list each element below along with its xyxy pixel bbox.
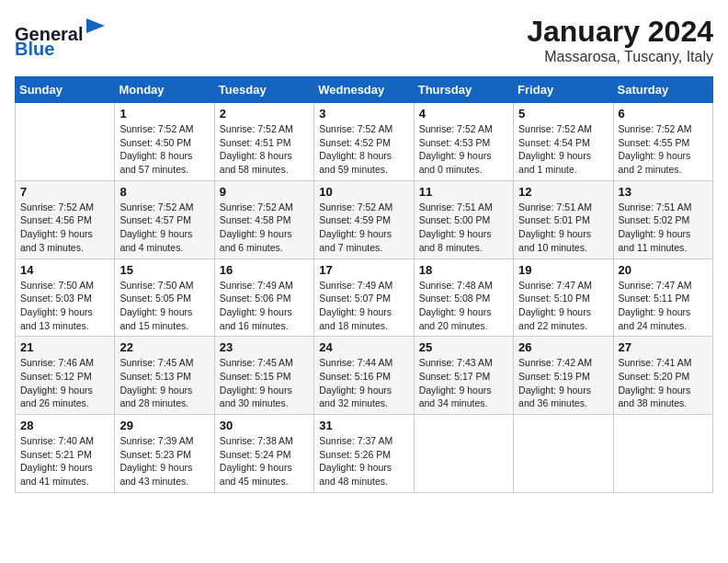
day-number: 1 — [119, 107, 209, 121]
day-cell: 30Sunrise: 7:38 AMSunset: 5:24 PMDayligh… — [214, 415, 313, 493]
day-cell — [613, 415, 712, 493]
weekday-header-wednesday: Wednesday — [314, 77, 414, 103]
day-cell: 10Sunrise: 7:52 AMSunset: 4:59 PMDayligh… — [314, 180, 414, 259]
day-info: Sunrise: 7:45 AMSunset: 5:13 PMDaylight:… — [119, 356, 209, 410]
day-info: Sunrise: 7:50 AMSunset: 5:05 PMDaylight:… — [119, 279, 209, 333]
day-info: Sunrise: 7:52 AMSunset: 4:51 PMDaylight:… — [220, 122, 309, 177]
day-info: Sunrise: 7:47 AMSunset: 5:11 PMDaylight:… — [619, 279, 708, 333]
day-info: Sunrise: 7:49 AMSunset: 5:07 PMDaylight:… — [319, 279, 408, 333]
day-info: Sunrise: 7:38 AMSunset: 5:24 PMDaylight:… — [220, 434, 309, 488]
day-cell: 24Sunrise: 7:44 AMSunset: 5:16 PMDayligh… — [314, 337, 414, 415]
weekday-header-row: SundayMondayTuesdayWednesdayThursdayFrid… — [16, 77, 713, 103]
day-cell: 3Sunrise: 7:52 AMSunset: 4:52 PMDaylight… — [314, 103, 414, 181]
day-number: 24 — [319, 340, 408, 354]
day-info: Sunrise: 7:51 AMSunset: 5:01 PMDaylight:… — [518, 201, 608, 255]
day-cell: 11Sunrise: 7:51 AMSunset: 5:00 PMDayligh… — [414, 180, 513, 259]
day-cell: 20Sunrise: 7:47 AMSunset: 5:11 PMDayligh… — [613, 259, 712, 337]
day-number: 28 — [20, 419, 109, 432]
day-info: Sunrise: 7:43 AMSunset: 5:17 PMDaylight:… — [419, 356, 508, 410]
day-number: 31 — [319, 419, 408, 432]
day-info: Sunrise: 7:42 AMSunset: 5:19 PMDaylight:… — [518, 356, 608, 410]
weekday-header-friday: Friday — [514, 77, 613, 103]
day-info: Sunrise: 7:52 AMSunset: 4:56 PMDaylight:… — [20, 201, 109, 255]
day-cell: 4Sunrise: 7:52 AMSunset: 4:53 PMDaylight… — [414, 103, 513, 181]
day-number: 20 — [619, 263, 708, 277]
day-number: 19 — [518, 263, 608, 277]
week-row-5: 28Sunrise: 7:40 AMSunset: 5:21 PMDayligh… — [16, 415, 713, 493]
day-cell: 19Sunrise: 7:47 AMSunset: 5:10 PMDayligh… — [514, 259, 613, 337]
month-title: January 2024 — [527, 15, 713, 49]
day-info: Sunrise: 7:52 AMSunset: 4:58 PMDaylight:… — [220, 201, 309, 255]
day-cell: 7Sunrise: 7:52 AMSunset: 4:56 PMDaylight… — [16, 180, 115, 259]
weekday-header-sunday: Sunday — [16, 77, 115, 103]
day-number: 5 — [518, 107, 608, 121]
day-info: Sunrise: 7:51 AMSunset: 5:00 PMDaylight:… — [419, 201, 508, 255]
day-info: Sunrise: 7:47 AMSunset: 5:10 PMDaylight:… — [518, 279, 608, 333]
day-cell: 25Sunrise: 7:43 AMSunset: 5:17 PMDayligh… — [414, 337, 513, 415]
logo-flag-icon — [85, 15, 110, 40]
day-number: 11 — [419, 185, 508, 199]
day-number: 12 — [518, 185, 608, 199]
svg-marker-0 — [86, 18, 105, 33]
day-info: Sunrise: 7:41 AMSunset: 5:20 PMDaylight:… — [619, 356, 708, 410]
day-info: Sunrise: 7:52 AMSunset: 4:55 PMDaylight:… — [619, 122, 708, 177]
day-number: 26 — [518, 340, 608, 354]
day-number: 27 — [619, 340, 708, 354]
day-cell: 14Sunrise: 7:50 AMSunset: 5:03 PMDayligh… — [16, 259, 115, 337]
day-cell: 21Sunrise: 7:46 AMSunset: 5:12 PMDayligh… — [16, 337, 115, 415]
day-info: Sunrise: 7:52 AMSunset: 4:50 PMDaylight:… — [119, 122, 209, 177]
day-cell: 27Sunrise: 7:41 AMSunset: 5:20 PMDayligh… — [613, 337, 712, 415]
weekday-header-saturday: Saturday — [613, 77, 712, 103]
day-info: Sunrise: 7:52 AMSunset: 4:54 PMDaylight:… — [518, 122, 608, 177]
page-header: General Blue January 2024 Massarosa, Tus… — [15, 15, 713, 65]
week-row-2: 7Sunrise: 7:52 AMSunset: 4:56 PMDaylight… — [16, 180, 713, 259]
day-number: 25 — [419, 340, 508, 354]
day-number: 8 — [119, 185, 209, 199]
day-cell: 23Sunrise: 7:45 AMSunset: 5:15 PMDayligh… — [214, 337, 313, 415]
day-number: 4 — [419, 107, 508, 121]
day-number: 13 — [619, 185, 708, 199]
day-info: Sunrise: 7:51 AMSunset: 5:02 PMDaylight:… — [619, 201, 708, 255]
day-cell: 15Sunrise: 7:50 AMSunset: 5:05 PMDayligh… — [115, 259, 214, 337]
day-number: 15 — [119, 263, 209, 277]
day-number: 3 — [319, 107, 408, 121]
day-cell — [414, 415, 513, 493]
day-number: 10 — [319, 185, 408, 199]
weekday-header-thursday: Thursday — [414, 77, 513, 103]
day-cell — [16, 103, 115, 181]
day-cell: 26Sunrise: 7:42 AMSunset: 5:19 PMDayligh… — [514, 337, 613, 415]
day-number: 21 — [20, 340, 109, 354]
day-cell: 28Sunrise: 7:40 AMSunset: 5:21 PMDayligh… — [16, 415, 115, 493]
day-cell: 12Sunrise: 7:51 AMSunset: 5:01 PMDayligh… — [514, 180, 613, 259]
weekday-header-tuesday: Tuesday — [214, 77, 313, 103]
day-number: 6 — [619, 107, 708, 121]
day-cell: 29Sunrise: 7:39 AMSunset: 5:23 PMDayligh… — [115, 415, 214, 493]
location: Massarosa, Tuscany, Italy — [527, 49, 713, 65]
day-cell: 1Sunrise: 7:52 AMSunset: 4:50 PMDaylight… — [115, 103, 214, 181]
day-number: 29 — [119, 419, 209, 432]
day-info: Sunrise: 7:46 AMSunset: 5:12 PMDaylight:… — [20, 356, 109, 410]
day-cell: 22Sunrise: 7:45 AMSunset: 5:13 PMDayligh… — [115, 337, 214, 415]
week-row-4: 21Sunrise: 7:46 AMSunset: 5:12 PMDayligh… — [16, 337, 713, 415]
day-info: Sunrise: 7:49 AMSunset: 5:06 PMDaylight:… — [220, 279, 309, 333]
day-number: 30 — [220, 419, 309, 432]
day-number: 16 — [220, 263, 309, 277]
day-number: 23 — [220, 340, 309, 354]
day-cell: 6Sunrise: 7:52 AMSunset: 4:55 PMDaylight… — [613, 103, 712, 181]
day-info: Sunrise: 7:44 AMSunset: 5:16 PMDaylight:… — [319, 356, 408, 410]
day-number: 7 — [20, 185, 109, 199]
day-cell: 9Sunrise: 7:52 AMSunset: 4:58 PMDaylight… — [214, 180, 313, 259]
day-info: Sunrise: 7:50 AMSunset: 5:03 PMDaylight:… — [20, 279, 109, 333]
day-cell: 2Sunrise: 7:52 AMSunset: 4:51 PMDaylight… — [214, 103, 313, 181]
day-info: Sunrise: 7:40 AMSunset: 5:21 PMDaylight:… — [20, 434, 109, 488]
day-number: 2 — [220, 107, 309, 121]
day-info: Sunrise: 7:52 AMSunset: 4:59 PMDaylight:… — [319, 201, 408, 255]
day-cell: 8Sunrise: 7:52 AMSunset: 4:57 PMDaylight… — [115, 180, 214, 259]
week-row-1: 1Sunrise: 7:52 AMSunset: 4:50 PMDaylight… — [16, 103, 713, 181]
logo: General Blue — [15, 15, 110, 58]
week-row-3: 14Sunrise: 7:50 AMSunset: 5:03 PMDayligh… — [16, 259, 713, 337]
calendar-table: SundayMondayTuesdayWednesdayThursdayFrid… — [15, 76, 713, 493]
day-info: Sunrise: 7:39 AMSunset: 5:23 PMDaylight:… — [119, 434, 209, 488]
day-number: 14 — [20, 263, 109, 277]
day-info: Sunrise: 7:45 AMSunset: 5:15 PMDaylight:… — [220, 356, 309, 410]
